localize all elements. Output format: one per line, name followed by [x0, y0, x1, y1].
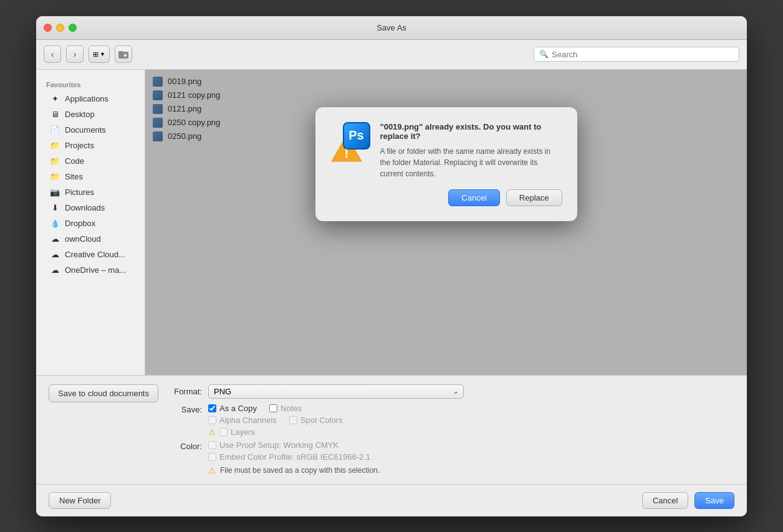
color-row: Color: Use Proof Setup: Working CMYK Emb… — [171, 440, 734, 462]
desktop-icon: 🖥 — [50, 110, 60, 120]
onedrive-icon: ☁ — [50, 265, 60, 275]
as-copy-checkbox[interactable] — [208, 404, 216, 412]
file-area: 0019.png 0121 copy.png 0121.png 0250 cop… — [145, 70, 747, 375]
use-proof-option: Use Proof Setup: Working CMYK — [208, 440, 370, 450]
notes-checkbox[interactable] — [269, 404, 277, 412]
sidebar: Favourites ✦ Applications 🖥 Desktop 📄 Do… — [36, 70, 145, 375]
sidebar-label-desktop: Desktop — [65, 110, 95, 119]
sidebar-label-documents: Documents — [65, 125, 106, 135]
main-content: Favourites ✦ Applications 🖥 Desktop 📄 Do… — [36, 70, 747, 375]
footer: New Folder Cancel Save — [36, 484, 747, 516]
back-icon: ‹ — [51, 49, 54, 59]
format-label: Format: — [171, 387, 202, 396]
sidebar-label-onedrive: OneDrive – ma... — [65, 265, 126, 275]
sidebar-item-sites[interactable]: 📁 Sites — [40, 169, 141, 184]
save-cloud-button[interactable]: Save to cloud documents — [49, 384, 158, 402]
sidebar-label-pictures: Pictures — [65, 188, 94, 197]
new-folder-button[interactable]: New Folder — [49, 492, 111, 509]
dialog-buttons: Cancel Replace — [380, 189, 562, 206]
embed-color-label: Embed Color Profile: sRGB IEC61966-2.1 — [219, 452, 370, 462]
search-input[interactable] — [552, 50, 734, 59]
footer-right-buttons: Cancel Save — [642, 492, 734, 509]
minimize-button[interactable] — [56, 24, 64, 32]
downloads-icon: ⬇ — [50, 203, 60, 213]
spot-colors-checkbox[interactable] — [289, 416, 297, 424]
dialog-overlay: ! Ps "0019.png" already exists. Do you w… — [145, 70, 747, 375]
cancel-button[interactable]: Cancel — [642, 492, 688, 509]
chevron-down-icon: ▼ — [100, 51, 105, 57]
sidebar-item-documents[interactable]: 📄 Documents — [40, 123, 141, 138]
color-options: Use Proof Setup: Working CMYK Embed Colo… — [208, 440, 370, 462]
view-toggle-button[interactable]: ⊞ ▼ — [89, 45, 110, 63]
save-button[interactable]: Save — [694, 492, 734, 509]
save-row: Save: As a Copy Notes — [171, 404, 734, 437]
format-row: Format: PNG JPEG TIFF — [171, 384, 734, 399]
close-button[interactable] — [44, 24, 52, 32]
notes-label: Notes — [281, 404, 302, 413]
sidebar-item-code[interactable]: 📁 Code — [40, 154, 141, 169]
dropbox-icon: 💧 — [50, 219, 60, 229]
spot-colors-label: Spot Colors — [300, 416, 343, 425]
creative-cloud-icon: ☁ — [50, 250, 60, 260]
new-folder-icon-button[interactable] — [115, 45, 132, 63]
layers-row: ⚠ Layers — [208, 427, 343, 437]
format-select[interactable]: PNG JPEG TIFF — [208, 384, 464, 399]
alpha-channels-checkbox[interactable] — [208, 416, 216, 424]
bottom-panel: Save to cloud documents Format: PNG JPEG… — [36, 375, 747, 484]
spot-colors-option: Spot Colors — [289, 416, 343, 425]
save-options-row-2: Alpha Channels Spot Colors — [208, 416, 343, 425]
forward-button[interactable]: › — [66, 45, 84, 63]
as-copy-option: As a Copy — [208, 404, 257, 413]
sidebar-item-creative-cloud[interactable]: ☁ Creative Cloud... — [40, 247, 141, 262]
sidebar-item-dropbox[interactable]: 💧 Dropbox — [40, 216, 141, 231]
sidebar-item-projects[interactable]: 📁 Projects — [40, 138, 141, 153]
sidebar-item-desktop[interactable]: 🖥 Desktop — [40, 107, 141, 122]
sidebar-item-downloads[interactable]: ⬇ Downloads — [40, 201, 141, 216]
sidebar-label-owncloud: ownCloud — [65, 234, 101, 244]
sidebar-label-downloads: Downloads — [65, 203, 105, 212]
sidebar-item-pictures[interactable]: 📷 Pictures — [40, 185, 141, 200]
sidebar-label-sites: Sites — [65, 172, 83, 181]
window-title: Save As — [377, 23, 406, 32]
use-proof-checkbox[interactable] — [208, 441, 216, 449]
search-field[interactable]: 🔍 — [534, 47, 739, 62]
sidebar-label-projects: Projects — [65, 141, 94, 150]
sites-icon: 📁 — [50, 172, 60, 182]
dialog-icon: ! Ps — [330, 122, 370, 162]
title-bar: Save As — [36, 16, 747, 40]
folder-plus-icon — [118, 50, 128, 59]
applications-icon: ✦ — [50, 94, 60, 104]
back-button[interactable]: ‹ — [44, 45, 61, 63]
sidebar-label-dropbox: Dropbox — [65, 219, 95, 228]
alpha-channels-label: Alpha Channels — [219, 416, 277, 425]
dialog-title: "0019.png" already exists. Do you want t… — [380, 122, 562, 141]
documents-icon: 📄 — [50, 125, 60, 135]
save-label: Save: — [171, 404, 202, 414]
color-label: Color: — [171, 440, 202, 451]
embed-color-checkbox[interactable] — [208, 453, 216, 461]
sidebar-label-creative-cloud: Creative Cloud... — [65, 250, 125, 259]
dialog-cancel-button[interactable]: Cancel — [448, 189, 499, 206]
dialog-replace-button[interactable]: Replace — [506, 189, 562, 206]
warning-text: File must be saved as a copy with this s… — [220, 466, 380, 475]
save-options: As a Copy Notes Alpha Channels — [208, 404, 343, 437]
photoshop-icon: Ps — [343, 122, 370, 150]
alpha-channels-option: Alpha Channels — [208, 416, 277, 425]
format-select-wrapper: PNG JPEG TIFF — [208, 384, 464, 399]
sidebar-item-applications[interactable]: ✦ Applications — [40, 92, 141, 107]
sidebar-item-owncloud[interactable]: ☁ ownCloud — [40, 232, 141, 247]
layers-label: Layers — [231, 427, 255, 437]
owncloud-icon: ☁ — [50, 234, 60, 244]
use-proof-label: Use Proof Setup: Working CMYK — [219, 440, 339, 450]
svg-rect-1 — [118, 51, 123, 53]
toolbar: ‹ › ⊞ ▼ 🔍 — [36, 40, 747, 70]
layers-option: Layers — [219, 427, 255, 437]
sidebar-label-applications: Applications — [65, 94, 108, 103]
sidebar-item-onedrive[interactable]: ☁ OneDrive – ma... — [40, 263, 141, 278]
layers-checkbox[interactable] — [219, 428, 228, 436]
replace-dialog: ! Ps "0019.png" already exists. Do you w… — [315, 107, 577, 221]
embed-color-option: Embed Color Profile: sRGB IEC61966-2.1 — [208, 452, 370, 462]
layers-warning-icon: ⚠ — [208, 427, 216, 437]
dialog-message: A file or folder with the same name alre… — [380, 146, 562, 179]
maximize-button[interactable] — [69, 24, 77, 32]
